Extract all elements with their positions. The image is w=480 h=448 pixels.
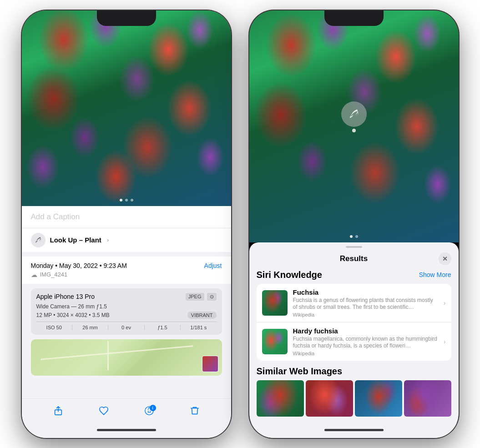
dot2-1 xyxy=(350,235,353,238)
similar-image-2[interactable] xyxy=(306,380,353,417)
phone-1-screen: Add a Caption Look Up – Plant › Mon xyxy=(22,10,231,438)
meta-section: Monday • May 30, 2022 • 9:23 AM Adjust ☁… xyxy=(22,257,231,284)
mp-text: 12 MP • 3024 × 4032 • 3.5 MB xyxy=(36,312,110,318)
close-button[interactable]: ✕ xyxy=(439,252,451,265)
date-row: Monday • May 30, 2022 • 9:23 AM Adjust xyxy=(31,262,222,269)
dot-3 xyxy=(131,199,133,201)
exif-row: ISO 50 26 mm 0 ev ƒ1.5 1/181 s xyxy=(36,322,217,330)
camera-name: Apple iPhone 13 Pro xyxy=(36,293,95,300)
hardy-name: Hardy fuchsia xyxy=(293,327,438,335)
filename: IMG_4241 xyxy=(40,271,68,278)
fuchsia-desc: Fuchsia is a genus of flowering plants t… xyxy=(293,297,438,311)
info-i-badge: i xyxy=(150,405,156,411)
photo-image-2[interactable] xyxy=(249,10,459,242)
heart-button[interactable] xyxy=(97,404,110,417)
caption-placeholder[interactable]: Add a Caption xyxy=(31,212,80,221)
date-text: Monday • May 30, 2022 • 9:23 AM xyxy=(31,262,127,269)
similar-image-3[interactable] xyxy=(355,380,402,417)
share-button[interactable] xyxy=(52,404,65,417)
map-section[interactable] xyxy=(31,339,222,376)
info-button[interactable]: i xyxy=(143,404,156,417)
fuchsia-name: Fuchsia xyxy=(293,288,438,296)
filename-row: ☁ IMG_4241 xyxy=(31,271,222,278)
trash-button[interactable] xyxy=(188,404,201,417)
hardy-desc: Fuchsia magellanica, commonly known as t… xyxy=(293,336,438,350)
hardy-text: Hardy fuchsia Fuchsia magellanica, commo… xyxy=(293,327,438,356)
photo-pagination-2 xyxy=(249,235,459,238)
similar-image-1[interactable] xyxy=(257,380,304,417)
dot2-2 xyxy=(355,235,358,238)
fuchsia-thumbnail xyxy=(262,290,288,316)
results-sheet: Results ✕ Siri Knowledge Show More Fuchs… xyxy=(249,242,459,438)
notch-2 xyxy=(324,10,384,26)
lookup-label: Look Up – Plant xyxy=(50,236,101,244)
notch-1 xyxy=(97,10,156,26)
visual-lookup-button[interactable] xyxy=(341,101,367,127)
photo-map-thumbnail xyxy=(202,356,218,372)
similar-images xyxy=(257,380,451,417)
map-road-2 xyxy=(107,341,109,370)
fuchsia-source: Wikipedia xyxy=(293,312,438,317)
camera-section: Apple iPhone 13 Pro JPEG ⊙ Wide Camera —… xyxy=(31,288,222,335)
exif-aperture: ƒ1.5 xyxy=(145,325,181,330)
similar-title: Similar Web Images xyxy=(257,366,451,377)
camera-icon-badge: ⊙ xyxy=(207,293,217,301)
fuchsia-chevron: › xyxy=(444,299,446,307)
knowledge-item-hardy[interactable]: Hardy fuchsia Fuchsia magellanica, commo… xyxy=(257,322,451,361)
camera-lens: Wide Camera — 26 mm ƒ1.5 xyxy=(36,303,217,310)
siri-knowledge-title: Siri Knowledge xyxy=(257,270,322,280)
exif-ev: 0 ev xyxy=(108,325,144,330)
home-bar-2 xyxy=(324,429,384,431)
similar-image-4[interactable] xyxy=(404,380,451,417)
jpeg-badge: JPEG xyxy=(186,293,204,301)
lookup-chevron: › xyxy=(107,237,109,243)
adjust-button[interactable]: Adjust xyxy=(204,262,222,269)
caption-area[interactable]: Add a Caption xyxy=(22,206,231,228)
home-bar-1 xyxy=(97,429,156,431)
photo-info-area: Add a Caption Look Up – Plant › Mon xyxy=(22,206,231,398)
hardy-thumbnail xyxy=(262,329,288,354)
map-background xyxy=(31,339,222,376)
knowledge-item-fuchsia[interactable]: Fuchsia Fuchsia is a genus of flowering … xyxy=(257,284,451,322)
fuchsia-text: Fuchsia Fuchsia is a genus of flowering … xyxy=(293,288,438,317)
toolbar: i xyxy=(22,398,231,423)
badge-row: JPEG ⊙ xyxy=(186,293,217,301)
home-indicator-1 xyxy=(22,423,231,438)
dot-2 xyxy=(125,199,128,201)
camera-header: Apple iPhone 13 Pro JPEG ⊙ xyxy=(36,293,217,301)
map-road-1 xyxy=(40,345,193,360)
results-content: Siri Knowledge Show More Fuchsia Fuchsia… xyxy=(249,268,459,423)
leaf-icon xyxy=(31,233,45,247)
cloud-icon: ☁ xyxy=(31,271,37,278)
knowledge-card: Fuchsia Fuchsia is a genus of flowering … xyxy=(257,284,451,361)
show-more-button[interactable]: Show More xyxy=(419,271,451,278)
vibrant-badge: VIBRANT xyxy=(187,312,217,319)
phone-2: Results ✕ Siri Knowledge Show More Fuchs… xyxy=(249,10,459,438)
mp-row: 12 MP • 3024 × 4032 • 3.5 MB VIBRANT xyxy=(36,312,217,319)
phone-2-screen: Results ✕ Siri Knowledge Show More Fuchs… xyxy=(249,10,459,438)
similar-section: Similar Web Images xyxy=(257,366,451,417)
phone-1: Add a Caption Look Up – Plant › Mon xyxy=(22,10,231,438)
hardy-source: Wikipedia xyxy=(293,351,438,356)
home-indicator-2 xyxy=(249,423,459,438)
info-badge: i xyxy=(144,406,154,416)
exif-focal: 26 mm xyxy=(72,325,108,330)
siri-knowledge-header: Siri Knowledge Show More xyxy=(257,270,451,280)
exif-shutter: 1/181 s xyxy=(181,325,216,330)
visual-lookup-dot xyxy=(352,129,356,132)
flower-background-1 xyxy=(22,10,231,206)
photo-image-1[interactable] xyxy=(22,10,231,206)
results-title: Results xyxy=(269,254,439,263)
results-header: Results ✕ xyxy=(249,248,459,268)
lookup-row[interactable]: Look Up – Plant › xyxy=(22,228,231,252)
dot-1 xyxy=(120,199,122,201)
hardy-chevron: › xyxy=(444,338,446,345)
exif-iso: ISO 50 xyxy=(36,325,72,330)
photo-pagination xyxy=(22,199,231,201)
